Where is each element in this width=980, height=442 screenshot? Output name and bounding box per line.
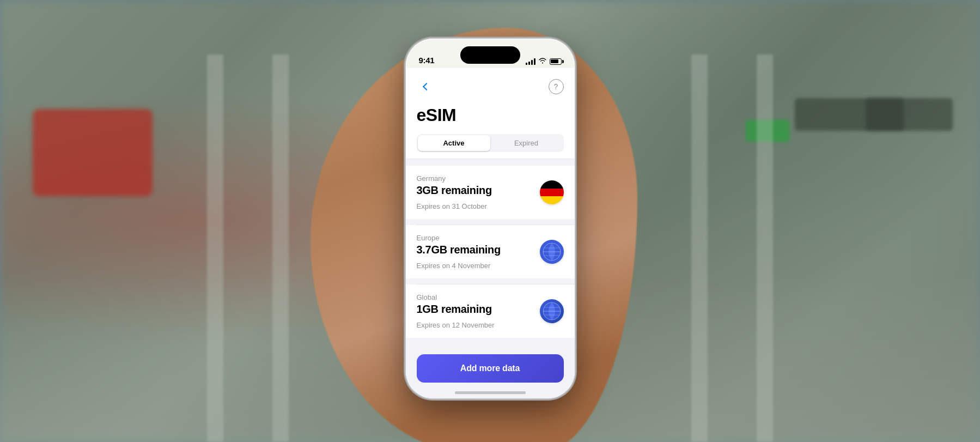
- column-2: [272, 55, 289, 442]
- sim-region-global: Global: [417, 293, 540, 301]
- signal-bars-icon: [526, 58, 535, 65]
- back-button[interactable]: [417, 77, 436, 96]
- sim-expiry-germany: Expires on 31 October: [417, 202, 540, 210]
- sim-card-global[interactable]: Global 1GB remaining Expires on 12 Novem…: [406, 284, 575, 338]
- sim-data-europe: 3.7GB remaining: [417, 244, 540, 256]
- sim-info-global: Global 1GB remaining Expires on 12 Novem…: [417, 293, 540, 329]
- status-time: 9:41: [419, 56, 435, 65]
- signal-bar-3: [531, 60, 533, 65]
- dynamic-island: [460, 46, 520, 64]
- flag-stripe-gold: [540, 196, 564, 204]
- status-icons: [526, 58, 562, 65]
- signal-bar-4: [534, 58, 535, 65]
- help-icon: ?: [554, 82, 558, 91]
- sim-card-germany[interactable]: Germany 3GB remaining Expires on 31 Octo…: [406, 166, 575, 219]
- europe-globe-icon: [540, 240, 564, 264]
- battery-fill: [551, 59, 558, 63]
- sim-info-germany: Germany 3GB remaining Expires on 31 Octo…: [417, 174, 540, 210]
- add-more-data-button[interactable]: Add more data: [417, 354, 564, 383]
- sim-region-germany: Germany: [417, 174, 540, 183]
- sim-data-global: 1GB remaining: [417, 303, 540, 316]
- tab-active[interactable]: Active: [418, 135, 490, 151]
- column-3: [757, 55, 773, 442]
- tab-expired[interactable]: Expired: [490, 135, 563, 151]
- page-title: eSIM: [406, 103, 575, 134]
- sim-cards-list: Germany 3GB remaining Expires on 31 Octo…: [406, 159, 575, 350]
- sim-region-europe: Europe: [417, 234, 540, 242]
- back-arrow-icon: [422, 83, 430, 90]
- sim-expiry-global: Expires on 12 November: [417, 321, 540, 329]
- sim-data-germany: 3GB remaining: [417, 184, 540, 197]
- app-header: ?: [406, 68, 575, 103]
- signal-bar-1: [526, 63, 527, 65]
- sim-info-europe: Europe 3.7GB remaining Expires on 4 Nove…: [417, 234, 540, 270]
- flag-stripe-black: [540, 180, 564, 189]
- app-content: ? eSIM Active Expired Germany 3GB remain…: [406, 68, 575, 398]
- flag-stripe-red: [540, 189, 564, 197]
- germany-flag-icon: [540, 180, 564, 204]
- sim-card-europe[interactable]: Europe 3.7GB remaining Expires on 4 Nove…: [406, 225, 575, 278]
- tab-bar: Active Expired: [406, 134, 575, 159]
- home-indicator: [455, 391, 526, 394]
- wifi-icon: [539, 58, 546, 65]
- global-globe-icon: [540, 299, 564, 323]
- battery-icon: [550, 58, 562, 65]
- sign-right-2: [866, 98, 953, 131]
- column-4: [691, 55, 708, 442]
- tab-container: Active Expired: [417, 134, 564, 152]
- signal-bar-2: [528, 62, 530, 65]
- help-button[interactable]: ?: [549, 79, 564, 94]
- phone: 9:41: [406, 39, 575, 398]
- hand-area: 9:41: [354, 33, 626, 442]
- column-1: [207, 55, 223, 442]
- sim-expiry-europe: Expires on 4 November: [417, 262, 540, 270]
- red-sign: [33, 109, 153, 196]
